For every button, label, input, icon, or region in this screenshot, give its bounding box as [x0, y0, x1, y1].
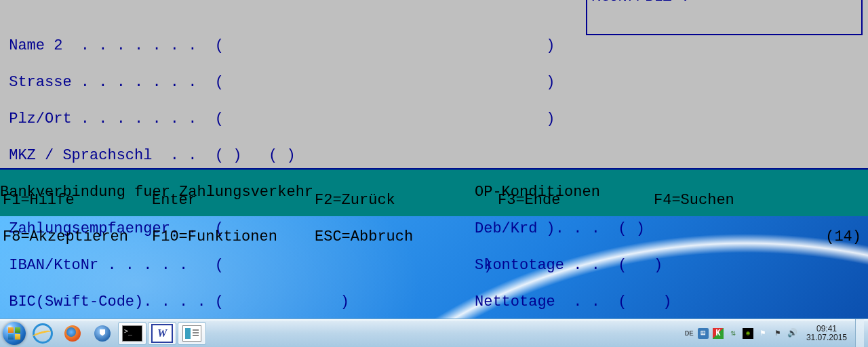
ktonr-label: KtoNr/BLZ :	[591, 0, 690, 5]
terminal-screen: KtoNr/BLZ : Name 2 . . . . . . . ( ) Str…	[0, 0, 868, 168]
fkey-esc[interactable]: ESC=Abbruch	[315, 228, 413, 246]
fkey-f2[interactable]: F2=Zurück	[315, 191, 395, 209]
clock-time: 09:41	[806, 325, 847, 333]
fkey-f8[interactable]: F8=Akzeptieren	[3, 228, 128, 245]
terminal-icon	[122, 325, 142, 342]
tray-nvidia-icon[interactable]: ◉	[743, 328, 753, 339]
ie-icon	[33, 323, 53, 344]
taskbar-word[interactable]: W	[148, 322, 176, 345]
word-icon: W	[151, 324, 173, 343]
tray-security-icon[interactable]: K	[713, 328, 724, 339]
windows-orb-icon	[3, 322, 26, 345]
fkey-f1[interactable]: F1=Hilfe	[3, 192, 75, 209]
start-button[interactable]	[0, 319, 28, 347]
field-iban[interactable]: IBAN/KtoNr . . . . . ( )	[0, 257, 492, 274]
field-bic[interactable]: BIC(Swift-Code). . . . ( )	[0, 293, 349, 310]
field-plz-ort[interactable]: Plz/Ort . . . . . . . ( )	[0, 110, 868, 128]
fkey-f10[interactable]: F10=Funktionen	[152, 228, 277, 246]
clock-date: 31.07.2015	[806, 333, 847, 342]
field-skontotage[interactable]: Skontotage . . ( )	[475, 256, 663, 274]
app-icon	[182, 325, 201, 342]
taskbar-firefox[interactable]	[58, 322, 87, 345]
taskbar-thunderbird[interactable]	[88, 322, 117, 345]
thunderbird-icon	[94, 325, 111, 342]
taskbar-clock[interactable]: 09:41 31.07.2015	[802, 325, 851, 342]
field-nettotage[interactable]: Nettotage . . ( )	[475, 293, 671, 311]
tray-windows-icon[interactable]: ⊞	[698, 328, 709, 339]
language-indicator[interactable]: DE	[685, 329, 694, 338]
tray-flag2-icon[interactable]: ⚑	[772, 328, 783, 339]
fkey-enter[interactable]: Enter	[152, 191, 197, 209]
page-indicator: (14)	[825, 228, 861, 246]
taskbar: W DE ⊞ K ⇅ ◉ ⚑ ⚑ 🔊 09:41 31.07.2015	[0, 319, 868, 347]
taskbar-terminal[interactable]	[118, 322, 146, 345]
fkey-f3[interactable]: F3=Ende	[498, 191, 560, 209]
ktonr-box: KtoNr/BLZ :	[586, 0, 863, 35]
system-tray: DE ⊞ K ⇅ ◉ ⚑ ⚑ 🔊 09:41 31.07.2015	[685, 319, 868, 347]
taskbar-ie[interactable]	[28, 322, 57, 345]
field-strasse[interactable]: Strasse . . . . . . . ( )	[0, 73, 868, 91]
field-mkz[interactable]: MKZ / Sprachschl . . ( ) ( )	[0, 146, 868, 165]
firefox-icon	[64, 325, 81, 342]
tray-device-icon[interactable]: ⇅	[728, 328, 738, 339]
field-name2[interactable]: Name 2 . . . . . . . ( )	[0, 37, 868, 55]
show-desktop-button[interactable]	[855, 319, 864, 347]
tray-flag-icon[interactable]: ⚑	[757, 328, 768, 339]
fkey-f4[interactable]: F4=Suchen	[654, 191, 734, 209]
tray-volume-icon[interactable]: 🔊	[787, 328, 798, 339]
taskbar-app[interactable]	[178, 322, 206, 345]
